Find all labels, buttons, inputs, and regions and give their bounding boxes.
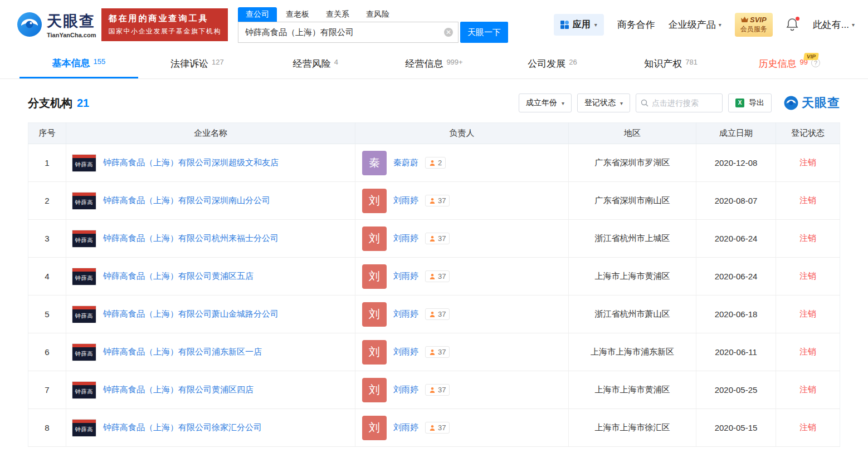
company-logo: 钟薛高 [72,306,96,323]
tianyancha-logo-icon [784,96,798,110]
established-date-cell: 2020-06-18 [696,296,776,333]
account-menu[interactable]: 此处有... ▾ [813,18,855,31]
excel-icon: X [735,99,744,107]
partner-count-badge[interactable]: 37 [425,233,450,244]
company-name-link[interactable]: 钟薛高食品（上海）有限公司黄浦区四店 [103,385,253,395]
export-label: 导出 [749,98,764,108]
company-name-link[interactable]: 钟薛高食品（上海）有限公司深圳南山分公司 [103,195,270,206]
person-name-link[interactable]: 刘雨婷 [393,195,418,206]
person-name-link[interactable]: 刘雨婷 [393,309,418,319]
person-name-link[interactable]: 刘雨婷 [393,385,418,395]
person-avatar[interactable]: 秦 [362,151,387,175]
company-name-link[interactable]: 钟薛高食品（上海）有限公司浦东新区一店 [103,347,262,357]
tab-operation-risk[interactable]: 经营风险 4 [256,49,375,78]
partner-count-badge[interactable]: 37 [425,384,450,396]
tab-label: 法律诉讼 [170,57,208,70]
partner-count: 37 [438,386,446,394]
company-name-link[interactable]: 钟薛高食品（上海）有限公司杭州来福士分公司 [103,233,279,244]
table-controls: 成立年份 ▾ 登记状态 ▾ X 导出 [519,93,840,112]
tab-label: 知识产权 [644,57,682,70]
tab-basic-info[interactable]: 基本信息 155 [19,49,138,78]
partner-badge-icon [429,235,436,242]
company-name-link[interactable]: 钟薛高食品（上海）有限公司徐家汇分公司 [103,422,262,433]
filter-label: 登记状态 [584,98,616,108]
tab-count: 781 [685,58,698,66]
search-icon [641,99,648,107]
export-button[interactable]: X 导出 [728,93,772,112]
person-avatar[interactable]: 刘 [362,416,387,440]
notification-bell-icon[interactable] [786,18,799,31]
partner-count-badge[interactable]: 37 [425,308,450,320]
enterprise-products-menu[interactable]: 企业级产品 ▾ [669,18,721,31]
row-number: 1 [28,144,66,182]
partner-badge-icon [429,387,436,393]
svip-member-button[interactable]: SVIP 会员服务 [735,13,773,37]
search-tab-boss[interactable]: 查老板 [278,7,317,22]
filter-registration-status[interactable]: 登记状态 ▾ [577,93,630,112]
status-cell: 注销 [776,333,840,371]
partner-count: 37 [438,424,446,432]
row-number: 6 [28,333,66,371]
search-tab-relation[interactable]: 查关系 [318,7,357,22]
table-search-box[interactable] [636,93,723,112]
table-row: 8 钟薛高 钟薛高食品（上海）有限公司徐家汇分公司 刘 刘雨婷 37 [28,409,840,447]
page: 天眼查 TianYanCha.com 都在用的商业查询工具 国家中小企业发展子基… [0,0,868,453]
table-row: 5 钟薛高 钟薛高食品（上海）有限公司萧山金城路分公司 刘 刘雨婷 [28,296,840,333]
tab-label: 历史信息 [759,57,797,70]
partner-count: 37 [438,348,446,356]
enterprise-products-label: 企业级产品 [669,18,716,31]
company-logo: 钟薛高 [72,419,96,437]
search-tab-company[interactable]: 查公司 [238,7,277,22]
clear-search-icon[interactable]: ✕ [444,28,453,37]
person-avatar[interactable]: 刘 [362,264,387,289]
person-name-link[interactable]: 秦蔚蔚 [393,157,418,168]
search-tab-risk[interactable]: 查风险 [358,7,397,22]
search-input[interactable] [238,22,459,43]
company-name-link[interactable]: 钟薛高食品（上海）有限公司黄浦区五店 [103,271,253,282]
business-cooperation-link[interactable]: 商务合作 [617,18,655,31]
apps-label: 应用 [573,19,591,31]
company-name-link[interactable]: 钟薛高食品（上海）有限公司深圳超级文和友店 [103,157,279,168]
partner-count-badge[interactable]: 37 [425,422,450,434]
partner-count-badge[interactable]: 37 [425,270,450,282]
region-cell: 上海市上海市黄浦区 [569,371,696,409]
filter-establish-year[interactable]: 成立年份 ▾ [519,93,572,112]
person-name-link[interactable]: 刘雨婷 [393,271,418,282]
chevron-down-icon: ▾ [852,22,855,28]
tab-operation-info[interactable]: 经营信息 999+ [375,49,494,78]
person-avatar[interactable]: 刘 [362,340,387,365]
partner-count-badge[interactable]: 2 [425,157,446,169]
established-date-cell: 2020-06-24 [696,220,776,258]
person-avatar[interactable]: 刘 [362,189,387,213]
watermark-logo: 天眼查 [784,95,840,111]
table-search-input[interactable] [652,99,713,107]
person-avatar[interactable]: 刘 [362,378,387,402]
tab-company-development[interactable]: 公司发展 26 [493,49,612,78]
promo-banner: 都在用的商业查询工具 国家中小企业发展子基金旗下机构 [101,8,228,41]
company-logo: 钟薛高 [72,268,96,285]
established-date-cell: 2020-05-15 [696,409,776,447]
col-header-no: 序号 [28,123,66,144]
svip-sublabel: 会员服务 [740,24,767,34]
partner-count-badge[interactable]: 37 [425,346,450,358]
row-number: 4 [28,258,66,296]
person-name-link[interactable]: 刘雨婷 [393,233,418,244]
status-cell: 注销 [776,144,840,182]
person-avatar[interactable]: 刘 [362,302,387,327]
tab-intellectual-property[interactable]: 知识产权 781 [612,49,730,78]
apps-menu[interactable]: 应用 ▾ [554,14,604,36]
company-logo: 钟薛高 [72,343,96,361]
person-avatar[interactable]: 刘 [362,226,387,251]
tab-legal-proceedings[interactable]: 法律诉讼 127 [138,49,257,78]
tianyancha-logo[interactable]: 天眼查 TianYanCha.com [17,11,96,38]
tab-history-info[interactable]: VIP 历史信息 99 ? [730,49,849,78]
section-title: 分支机构 [28,96,72,111]
person-name-link[interactable]: 刘雨婷 [393,422,418,433]
chevron-down-icon: ▾ [719,22,721,28]
tab-count: 127 [212,58,224,66]
search-button[interactable]: 天眼一下 [460,22,508,43]
company-name-link[interactable]: 钟薛高食品（上海）有限公司萧山金城路分公司 [103,309,279,319]
region-cell: 上海市上海市徐汇区 [569,409,696,447]
partner-count-badge[interactable]: 37 [425,195,450,206]
person-name-link[interactable]: 刘雨婷 [393,347,418,357]
